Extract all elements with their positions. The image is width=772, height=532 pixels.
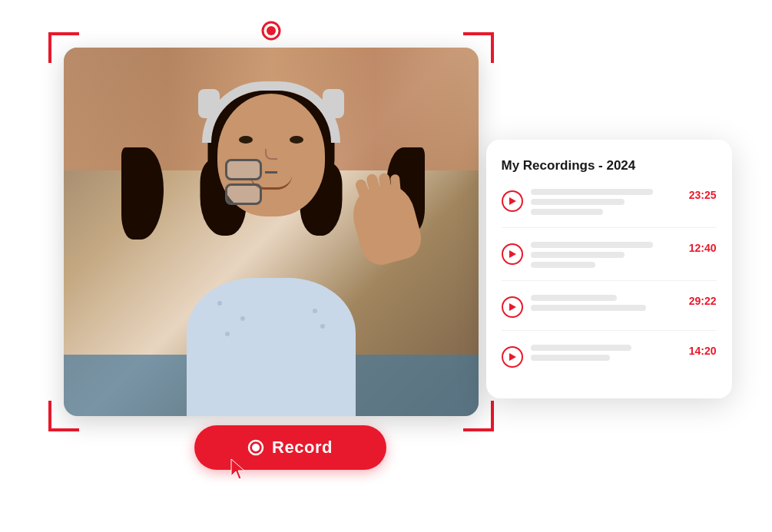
- recording-line: [531, 209, 603, 215]
- play-button[interactable]: [502, 190, 523, 212]
- recordings-title: My Recordings - 2024: [502, 158, 717, 173]
- recording-row: 29:22: [502, 295, 717, 318]
- shirt-dot: [217, 301, 222, 306]
- recording-item: 23:25: [502, 189, 717, 228]
- recording-duration: 12:40: [683, 242, 717, 254]
- main-scene: Record My Recordings - 2024 23:25: [41, 17, 732, 516]
- recording-line: [531, 355, 610, 361]
- recording-row: 12:40: [502, 242, 717, 268]
- shirt-dot: [225, 332, 230, 336]
- glasses-left-lens: [225, 159, 262, 180]
- shirt-dot: [240, 316, 245, 321]
- play-button[interactable]: [502, 243, 523, 265]
- recording-duration: 14:20: [683, 345, 717, 357]
- recording-duration: 29:22: [683, 295, 717, 307]
- finger-4: [389, 173, 400, 193]
- recording-line: [531, 262, 596, 268]
- play-button[interactable]: [502, 346, 523, 368]
- person-hair-left: [121, 147, 164, 240]
- recording-line: [531, 189, 654, 195]
- glasses-bridge: [265, 171, 277, 173]
- shirt-dot: [313, 309, 317, 313]
- play-button[interactable]: [502, 296, 523, 318]
- recording-item: 29:22: [502, 295, 717, 331]
- recording-lines: [531, 295, 675, 311]
- recording-line: [531, 345, 632, 351]
- person-nose: [265, 149, 277, 160]
- recording-lines: [531, 242, 675, 268]
- record-button-icon: [247, 439, 264, 456]
- headphone-left-cup: [198, 89, 220, 118]
- glasses-right-lens: [225, 183, 262, 205]
- svg-point-1: [267, 26, 276, 35]
- recording-lines: [531, 189, 675, 215]
- recording-duration: 23:25: [683, 189, 717, 201]
- recording-lines: [531, 345, 675, 361]
- svg-point-3: [252, 444, 260, 451]
- recordings-panel: My Recordings - 2024 23:25: [486, 140, 732, 398]
- cursor-icon: [225, 456, 253, 487]
- person-shirt: [187, 278, 356, 416]
- record-button[interactable]: Record: [194, 425, 386, 470]
- shirt-dot: [320, 324, 325, 329]
- video-preview: [64, 48, 479, 416]
- record-button-label: Record: [272, 438, 333, 458]
- recording-info: [531, 242, 675, 268]
- recording-line: [531, 199, 625, 205]
- headphone-right-cup: [323, 89, 344, 118]
- recording-line: [531, 305, 646, 311]
- recording-row: 14:20: [502, 345, 717, 368]
- recording-info: [531, 189, 675, 215]
- recording-info: [531, 345, 675, 361]
- recording-line: [531, 252, 625, 258]
- recording-item: 12:40: [502, 242, 717, 281]
- recording-info: [531, 295, 675, 311]
- recording-row: 23:25: [502, 189, 717, 215]
- recording-line: [531, 242, 654, 248]
- record-indicator-top: [260, 20, 282, 41]
- person-glasses: [225, 159, 317, 182]
- recording-item: 14:20: [502, 345, 717, 380]
- recording-line: [531, 295, 618, 301]
- camera-frame: [48, 32, 494, 431]
